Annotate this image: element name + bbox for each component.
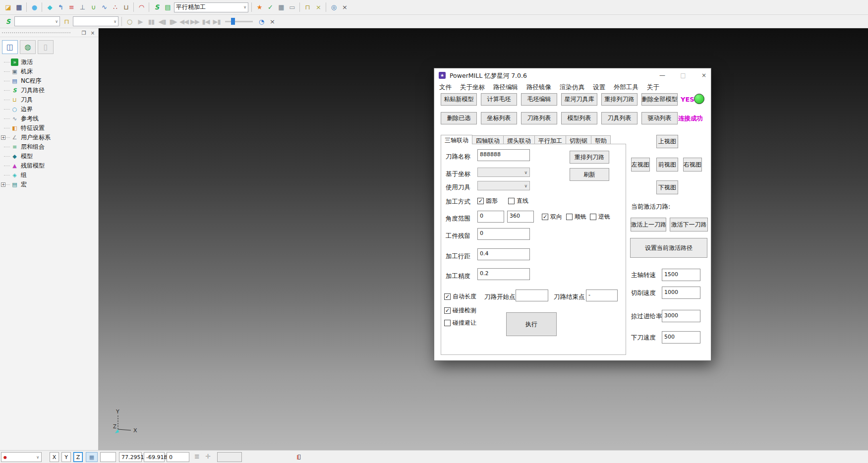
reorder-toolpath-button[interactable]: 重排列刀路 — [570, 151, 609, 164]
tool-create-icon[interactable]: ⊥ — [77, 2, 88, 13]
panel-close-icon[interactable]: × — [89, 29, 96, 36]
circular-checkbox[interactable]: ✓圆形 — [477, 197, 498, 205]
pattern-create-icon[interactable]: ∿ — [99, 2, 110, 13]
save-project-icon[interactable]: ▦ — [13, 2, 24, 13]
speed-input-2[interactable]: 3000 — [662, 310, 700, 322]
chevron-down-icon[interactable]: ∨ — [114, 19, 116, 24]
action-button-r2-0[interactable]: 删除已选 — [441, 112, 477, 124]
linear-checkbox[interactable]: 直线 — [508, 197, 528, 205]
simulation-speed-slider[interactable] — [225, 17, 253, 26]
clipboard-icon[interactable]: ▯‖ — [297, 453, 299, 460]
toolpath-name-input[interactable]: 888888 — [477, 149, 530, 161]
climb-checkbox[interactable]: 顺铣 — [566, 213, 586, 221]
panel-float-icon[interactable]: ❐ — [80, 29, 87, 36]
marker-combobox[interactable]: ● ∨ — [1, 452, 42, 462]
holder-check-icon[interactable]: ∪ — [88, 2, 99, 13]
expand-icon[interactable]: + — [1, 182, 5, 187]
tab-explorer-tree[interactable]: ◫ — [2, 40, 18, 54]
stepover-input[interactable]: 0.4 — [477, 248, 530, 260]
refresh-button[interactable]: 刷新 — [570, 168, 609, 181]
skip-end-icon[interactable]: ▶▮ — [211, 16, 222, 27]
action-button-r1-5[interactable]: 删除全部模型 — [641, 93, 678, 106]
entity-light-icon[interactable]: ○ — [124, 16, 135, 27]
close-icon[interactable]: × — [696, 70, 711, 80]
tree-item-macro[interactable]: +▤宏 — [0, 180, 98, 189]
action-button-r2-5[interactable]: 驱动列表 — [641, 112, 678, 124]
chevron-down-icon[interactable]: ∨ — [243, 5, 246, 9]
coord-y-field[interactable]: -69.918 — [144, 452, 165, 462]
slider-handle[interactable] — [231, 18, 235, 25]
speed-input-1[interactable]: 1000 — [662, 287, 700, 299]
start-point-input[interactable] — [516, 289, 548, 301]
conventional-checkbox[interactable]: 逆铣 — [590, 213, 610, 221]
toolpath-edit-icon[interactable]: ≡ — [66, 2, 77, 13]
tolerance-input[interactable]: 0.2 — [477, 268, 530, 280]
view-front-button[interactable]: 前视图 — [656, 158, 678, 172]
dialog-tab-4[interactable]: 切割锯 — [566, 135, 591, 144]
view-bottom-button[interactable]: 下视图 — [656, 180, 678, 194]
powermill-logo-icon[interactable]: S — [2, 16, 13, 27]
menu-item-0[interactable]: 文件 — [439, 83, 452, 92]
cylinders-icon[interactable]: ◎ — [328, 2, 339, 13]
action-button-r1-2[interactable]: 毛坯编辑 — [521, 93, 557, 106]
menu-item-6[interactable]: 外部工具 — [614, 83, 638, 92]
tree-item-activate[interactable]: »激活 — [0, 58, 98, 67]
use-tool-select[interactable]: ∨ — [477, 181, 530, 190]
angle-from-input[interactable]: 0 — [477, 211, 504, 223]
auto-length-checkbox[interactable]: ✓自动长度 — [444, 292, 476, 301]
panel-grip[interactable] — [2, 32, 70, 33]
stock-allowance-input[interactable]: 0 — [477, 228, 530, 240]
tree-item-boundary[interactable]: ○边界 — [0, 105, 98, 114]
speed-input-0[interactable]: 1500 — [662, 269, 700, 281]
coord-x-field[interactable]: 77.2951 — [119, 452, 142, 462]
dialog-tab-0[interactable]: 三轴联动 — [441, 135, 472, 144]
tab-recycle-bin[interactable]: ▯ — [38, 40, 54, 54]
grid-snap-button[interactable]: ▦ — [86, 452, 98, 462]
collision-check-checkbox[interactable]: ✓碰撞检测 — [444, 306, 476, 315]
activate-next-toolpath-button[interactable]: 激活下一刀路 — [670, 218, 708, 232]
tree-item-machine[interactable]: ▣机床 — [0, 67, 98, 76]
measure-field[interactable] — [217, 452, 242, 462]
toolpath-select[interactable]: ∨ — [14, 16, 60, 26]
base-coord-select[interactable]: ∨ — [477, 168, 530, 177]
toolpath-list-icon[interactable]: ▤ — [162, 2, 173, 13]
clock-icon[interactable]: ◔ — [256, 16, 267, 27]
end-point-input[interactable]: - — [586, 289, 618, 301]
toolbar-close-icon[interactable]: × — [339, 2, 350, 13]
action-button-r1-3[interactable]: 星河刀具库 — [561, 93, 597, 106]
menu-item-7[interactable]: 关于 — [647, 83, 659, 92]
action-button-r2-3[interactable]: 模型列表 — [561, 112, 597, 124]
angle-to-input[interactable]: 360 — [507, 211, 534, 223]
simulation-icon[interactable]: ◠ — [136, 2, 147, 13]
block-icon[interactable]: ◆ — [44, 2, 55, 13]
tree-item-stock-model[interactable]: ▲残留模型 — [0, 161, 98, 171]
powermill-logo-icon[interactable]: S — [151, 2, 162, 13]
view-right-button[interactable]: 右视图 — [683, 158, 702, 172]
tree-item-feature-set[interactable]: ◧特征设置 — [0, 123, 98, 133]
dialog-titlebar[interactable]: ★ PowerMILL 忆梦星河 7.0.6 — □ × — [434, 68, 711, 82]
calculator-icon[interactable]: ▦ — [276, 2, 287, 13]
grid-size-field[interactable] — [100, 452, 116, 462]
collision-avoid-checkbox[interactable]: 碰撞避让 — [444, 319, 476, 327]
action-button-r2-2[interactable]: 刀路列表 — [521, 112, 557, 124]
coord-z-field[interactable]: 0 — [167, 452, 189, 462]
tool-pair-icon[interactable]: ⊓ — [302, 2, 313, 13]
verify-tool-icon[interactable]: ✓ — [265, 2, 276, 13]
dialog-tab-1[interactable]: 四轴联动 — [472, 135, 504, 144]
menu-item-1[interactable]: 关于坐标 — [460, 83, 485, 92]
view-top-button[interactable]: 上视图 — [656, 135, 678, 148]
tab-web-globe[interactable]: ◍ — [20, 40, 36, 54]
skip-start-icon[interactable]: ▮◀ — [200, 16, 211, 27]
axis-z-button[interactable]: Z — [73, 452, 83, 462]
tree-item-nc-program[interactable]: ▤NC程序 — [0, 76, 98, 86]
ruler-icon[interactable]: ▭ — [287, 2, 297, 13]
minimize-icon[interactable]: — — [655, 70, 670, 80]
fast-forward-icon[interactable]: ▶▶ — [189, 16, 200, 27]
pause-icon[interactable]: ▮▮ — [146, 16, 157, 27]
action-button-r2-1[interactable]: 坐标列表 — [481, 112, 517, 124]
action-button-r1-4[interactable]: 重排列刀路 — [601, 93, 637, 106]
tree-item-workplane[interactable]: +∠用户坐标系 — [0, 133, 98, 142]
menu-item-2[interactable]: 路径编辑 — [493, 83, 518, 92]
speed-input-3[interactable]: 500 — [662, 331, 700, 344]
tool-select[interactable]: ∨ — [73, 16, 118, 26]
